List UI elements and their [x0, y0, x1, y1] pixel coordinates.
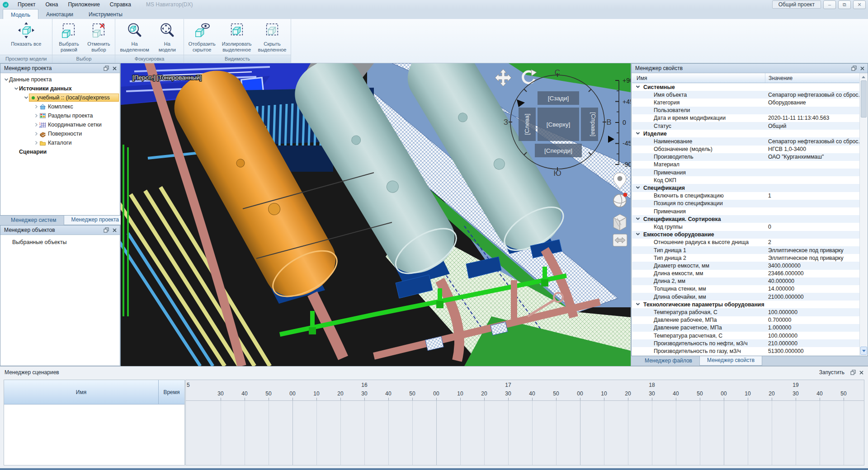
ribbon-button-скрыть-выделенное[interactable]: Скрытьвыделенное [255, 20, 290, 53]
property-row-давление-рабочее-мпа[interactable]: Давление рабочее, МПа0.700000 [632, 316, 860, 324]
pan-horizontal-icon[interactable] [613, 234, 627, 246]
property-row-тип-днища-1[interactable]: Тип днища 1Эллиптическое под приварку [632, 246, 860, 254]
scroll-up-icon[interactable] [860, 74, 866, 80]
property-row-код-окп[interactable]: Код ОКП [632, 176, 860, 184]
ribbon-tab-инструменты[interactable]: Инструменты [81, 9, 130, 19]
close-panel-icon[interactable] [110, 65, 118, 72]
chevron-right-icon[interactable] [33, 122, 39, 127]
property-row-код-группы[interactable]: Код группы0 [632, 223, 860, 230]
ribbon-button-отобразить-скрытое[interactable]: Отобразитьскрытое [185, 20, 219, 53]
property-group-емкостное-оборудование[interactable]: Емкостное оборудование [632, 231, 860, 239]
property-row-примечания[interactable]: Примечания [632, 169, 860, 176]
property-row-тип-днища-2[interactable]: Тип днища 2Эллиптическое под приварку [632, 254, 860, 262]
property-row-материал[interactable]: Материал [632, 161, 860, 169]
compass-west[interactable]: З [504, 118, 508, 127]
property-row-наименование[interactable]: НаименованиеСепаратор нефтегазовый со сб… [632, 137, 860, 145]
chevron-down-icon[interactable] [636, 84, 640, 90]
tree-item-каталоги[interactable]: Каталоги [0, 138, 120, 147]
compass-east[interactable]: В [606, 118, 611, 127]
property-row-категория[interactable]: КатегорияОборудование [632, 99, 860, 106]
chevron-right-icon[interactable] [33, 104, 39, 109]
column-value[interactable]: Значение [765, 73, 860, 83]
chevron-right-icon[interactable] [33, 113, 39, 118]
menu-item-окна[interactable]: Окна [41, 0, 63, 9]
minimize-button[interactable]: – [823, 0, 836, 9]
property-row-производительность-по-газу-м3-ч[interactable]: Производительность по газу, м3/ч51300.00… [632, 347, 860, 355]
ribbon-button-на-выделенном[interactable]: Навыделенном [117, 20, 152, 53]
chevron-down-icon[interactable] [3, 77, 9, 82]
menu-item-приложение[interactable]: Приложение [63, 0, 104, 9]
tree-item-поверхности[interactable]: Поверхности [0, 129, 120, 138]
menu-item-проект[interactable]: Проект [13, 0, 41, 9]
close-button[interactable]: ✕ [853, 0, 866, 9]
property-group-спецификация[interactable]: Спецификация [632, 184, 860, 192]
view-front-label[interactable]: [Спереди] [544, 147, 572, 154]
ribbon-button-изолировать-выделенное[interactable]: Изолироватьвыделенное [219, 20, 255, 53]
chevron-down-icon[interactable] [636, 131, 640, 137]
tree-item-учебный-local-sqlexpress[interactable]: учебный :: (local)\sqlexpress [0, 93, 120, 102]
property-row-температура-рабочая-с[interactable]: Температура рабочая, С100.000000 [632, 308, 860, 316]
float-panel-icon[interactable] [102, 65, 110, 72]
close-panel-icon[interactable] [858, 65, 866, 72]
float-panel-icon[interactable] [849, 369, 857, 376]
selected-objects-item[interactable]: Выбранные объекты [0, 235, 120, 245]
property-row-толщина-стенки-мм[interactable]: Толщина стенки, мм14.000000 [632, 285, 860, 293]
3d-viewport[interactable]: С З В Ю [Сзади] [Слева] [Сверху] [Справа… [121, 63, 631, 366]
ribbon-tab-аннотации[interactable]: Аннотации [38, 9, 81, 19]
ribbon-button-отменить-выбор[interactable]: Отменитьвыбор [84, 20, 113, 53]
property-row-отношение-радиуса-к-высоте-днища[interactable]: Отношение радиуса к высоте днища2 [632, 239, 860, 246]
restore-button[interactable]: ⧉ [838, 0, 851, 9]
view-top-label[interactable]: [Сверху] [547, 121, 571, 128]
chevron-down-icon[interactable] [23, 95, 29, 100]
float-panel-icon[interactable] [850, 65, 858, 72]
column-name[interactable]: Имя [632, 75, 765, 81]
property-row-длина-2-мм[interactable]: Длина 2, мм40.000000 [632, 277, 860, 285]
property-row-диаметр-емкости-мм[interactable]: Диаметр емкости, мм3400.000000 [632, 262, 860, 269]
chevron-down-icon[interactable] [636, 231, 640, 238]
ribbon-button-на-модели[interactable]: Намодели [152, 20, 182, 53]
property-group-системные[interactable]: Системные [632, 83, 860, 91]
tree-item-координатные-сетки[interactable]: 1АКоординатные сетки [0, 120, 120, 129]
view-back-label[interactable]: [Сзади] [548, 95, 569, 102]
chevron-down-icon[interactable] [636, 301, 640, 308]
ribbon-button-выбрать-рамкой[interactable]: Выбратьрамкой [54, 20, 84, 53]
ribbon-button-показать-все[interactable]: Показать все [8, 20, 44, 47]
property-row-производитель[interactable]: ПроизводительОАО "Курганхиммаш" [632, 153, 860, 161]
chevron-right-icon[interactable] [33, 141, 39, 145]
view-right-label[interactable]: [Справа] [590, 112, 597, 136]
property-row-температура-расчетная-с[interactable]: Температура расчетная, С100.000000 [632, 332, 860, 339]
chevron-down-icon[interactable] [636, 185, 640, 191]
property-row-давление-расчетное-мпа[interactable]: Давление расчетное, МПа1.000000 [632, 324, 860, 332]
chevron-right-icon[interactable] [33, 132, 39, 136]
compass-north[interactable]: С [555, 68, 560, 77]
tab-system-manager[interactable]: Менеджер систем [4, 216, 64, 225]
scenario-column-time[interactable]: Время [158, 380, 184, 404]
view-left-label[interactable]: [Слева] [524, 113, 530, 135]
property-row-позиция-по-спецификации[interactable]: Позиция по спецификации [632, 200, 860, 207]
tree-item-сценарии[interactable]: Сценарии [0, 147, 120, 156]
tree-item-комплекс[interactable]: Комплекс [0, 102, 120, 111]
tree-item-источники-данных[interactable]: Источники данных [0, 84, 120, 93]
tab-file-manager[interactable]: Менеджер файлов [637, 356, 699, 366]
property-row-пользователи[interactable]: Пользователи [632, 107, 860, 114]
close-panel-icon[interactable] [857, 369, 865, 376]
property-group-спецификация-сортировка[interactable]: Спецификация. Сортировка [632, 215, 860, 223]
scroll-down-icon[interactable] [860, 347, 867, 355]
property-row-производительность-по-нефти-м3-ч[interactable]: Производительность по нефти, м3/ч210.000… [632, 339, 860, 347]
tree-item-данные-проекта[interactable]: Данные проекта [0, 75, 120, 84]
property-row-примечания[interactable]: Примечания [632, 207, 860, 215]
tab-properties-manager[interactable]: Менеджер свойств [699, 356, 762, 366]
property-row-включить-в-спецификацию[interactable]: Включить в спецификацию1 [632, 192, 860, 200]
scenario-column-name[interactable]: Имя [4, 389, 158, 395]
property-row-длина-обечайки-мм[interactable]: Длина обечайки, мм21000.000000 [632, 293, 860, 301]
run-scenario-button[interactable]: Запустить [815, 369, 849, 376]
chevron-down-icon[interactable] [636, 216, 640, 222]
property-group-технологические-параметры-оборудов[interactable]: Технологические параметры оборудования [632, 301, 860, 308]
float-panel-icon[interactable] [102, 227, 110, 234]
tree-item-разделы-проекта[interactable]: Разделы проекта [0, 111, 120, 120]
property-row-статус[interactable]: СтатусОбщий [632, 122, 860, 130]
ribbon-tab-модель[interactable]: Модель [3, 9, 38, 19]
property-group-изделие[interactable]: Изделие [632, 130, 860, 137]
scenario-timeline[interactable]: 5161718193040500010203040500010203040500… [185, 380, 864, 465]
close-panel-icon[interactable] [110, 227, 118, 234]
